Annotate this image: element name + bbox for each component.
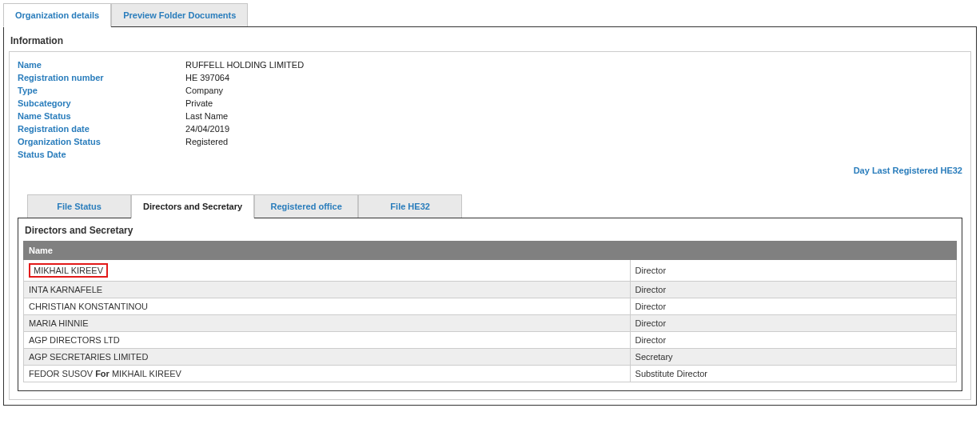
role-cell: Director xyxy=(630,315,956,332)
table-row: AGP SECRETARIES LIMITEDSecretary xyxy=(24,349,957,366)
role-cell: Substitute Director xyxy=(630,366,956,382)
table-row: CHRISTIAN KONSTANTINOUDirector xyxy=(24,298,957,315)
inner-tab-2[interactable]: Registered office xyxy=(254,194,358,218)
table-row: AGP DIRECTORS LTDDirector xyxy=(24,332,957,349)
role-cell: Director xyxy=(630,282,956,298)
information-heading: Information xyxy=(9,32,971,51)
name-cell: INTA KARNAFELE xyxy=(24,282,631,298)
info-value: Last Name xyxy=(185,111,228,121)
info-row: Name StatusLast Name xyxy=(18,110,962,122)
info-label: Name Status xyxy=(18,111,185,121)
info-label: Type xyxy=(18,86,185,95)
last-registered-he32-link[interactable]: Day Last Registered HE32 xyxy=(18,161,962,178)
info-row: SubcategoryPrivate xyxy=(18,97,962,110)
name-cell: CHRISTIAN KONSTANTINOU xyxy=(24,298,631,315)
table-row: INTA KARNAFELEDirector xyxy=(24,282,957,298)
outer-tab-0[interactable]: Organization details xyxy=(3,3,111,27)
info-value: RUFFELL HOLDING LIMITED xyxy=(185,60,304,70)
inner-tabs-wrap: File StatusDirectors and SecretaryRegist… xyxy=(18,194,962,391)
table-row: MIKHAIL KIREEVDirector xyxy=(24,260,957,282)
name-cell: MIKHAIL KIREEV xyxy=(24,260,631,282)
inner-tabs: File StatusDirectors and SecretaryRegist… xyxy=(27,194,962,218)
outer-tabs: Organization detailsPreview Folder Docum… xyxy=(3,3,977,27)
info-value: Registered xyxy=(185,137,228,146)
name-cell: AGP SECRETARIES LIMITED xyxy=(24,349,631,366)
inner-tab-1[interactable]: Directors and Secretary xyxy=(131,194,254,218)
main-panel: Information NameRUFFELL HOLDING LIMITEDR… xyxy=(3,26,977,406)
info-label: Organization Status xyxy=(18,137,185,146)
info-value: Private xyxy=(185,98,213,108)
info-row: Registration date24/04/2019 xyxy=(18,122,962,135)
info-label: Registration number xyxy=(18,73,185,82)
info-row: NameRUFFELL HOLDING LIMITED xyxy=(18,58,962,71)
info-value: ΗΕ 397064 xyxy=(185,73,229,82)
name-cell: MARIA HINNIE xyxy=(24,315,631,332)
inner-panel-heading: Directors and Secretary xyxy=(23,223,957,236)
info-label: Name xyxy=(18,60,185,70)
table-header-role xyxy=(630,242,956,260)
info-label: Status Date xyxy=(18,150,185,159)
table-header-name: Name xyxy=(24,242,631,260)
table-row: MARIA HINNIEDirector xyxy=(24,315,957,332)
role-cell: Director xyxy=(630,260,956,282)
name-cell: FEDOR SUSOV For MIKHAIL KIREEV xyxy=(24,366,631,382)
info-row: Registration numberΗΕ 397064 xyxy=(18,71,962,84)
info-label: Subcategory xyxy=(18,98,185,108)
person-name: MIKHAIL KIREEV xyxy=(112,369,181,378)
information-block: NameRUFFELL HOLDING LIMITEDRegistration … xyxy=(9,51,971,400)
info-label: Registration date xyxy=(18,124,185,134)
for-word: For xyxy=(93,369,112,378)
role-cell: Director xyxy=(630,332,956,349)
inner-panel: Directors and Secretary Name MIKHAIL KIR… xyxy=(18,218,962,391)
name-cell: AGP DIRECTORS LTD xyxy=(24,332,631,349)
inner-tab-0[interactable]: File Status xyxy=(27,194,131,218)
info-value: 24/04/2019 xyxy=(185,124,229,134)
inner-tab-3[interactable]: File HE32 xyxy=(358,194,462,218)
info-row: TypeCompany xyxy=(18,84,962,97)
directors-table: Name MIKHAIL KIREEVDirectorINTA KARNAFEL… xyxy=(23,241,957,382)
role-cell: Director xyxy=(630,298,956,315)
info-row: Status Date xyxy=(18,148,962,161)
person-name: FEDOR SUSOV xyxy=(29,369,93,378)
role-cell: Secretary xyxy=(630,349,956,366)
table-row: FEDOR SUSOV For MIKHAIL KIREEVSubstitute… xyxy=(24,366,957,382)
info-row: Organization StatusRegistered xyxy=(18,135,962,148)
outer-tab-1[interactable]: Preview Folder Documents xyxy=(111,3,248,27)
highlighted-name: MIKHAIL KIREEV xyxy=(29,263,108,278)
info-value: Company xyxy=(185,86,223,95)
